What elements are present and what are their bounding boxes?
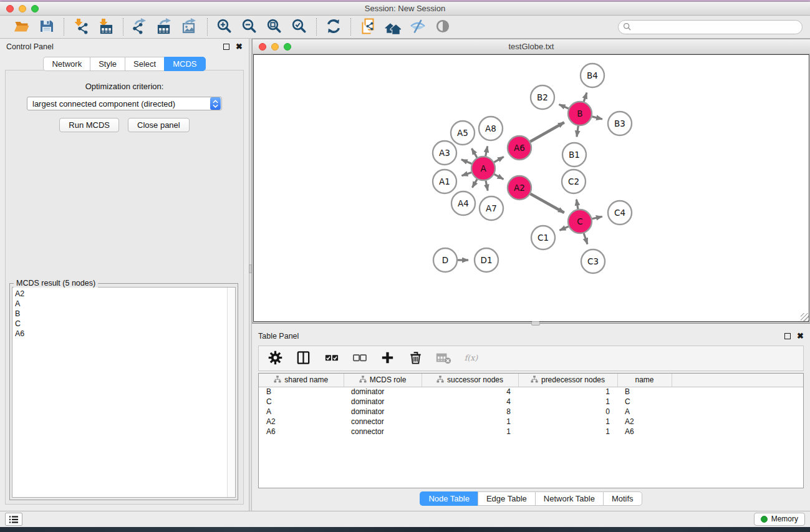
float-panel-icon[interactable]	[223, 44, 229, 50]
node-A1[interactable]: A1	[433, 170, 456, 193]
tab-network[interactable]: Network	[43, 57, 90, 71]
node-B4[interactable]: B4	[581, 64, 604, 87]
node-B[interactable]: B	[568, 102, 592, 125]
tab-node-table[interactable]: Node Table	[420, 491, 478, 506]
node-A[interactable]: A	[471, 157, 495, 180]
maximize-window-button[interactable]	[31, 5, 39, 12]
resize-grip-icon[interactable]	[801, 313, 809, 321]
table-row[interactable]: Bdominator41B	[259, 387, 804, 397]
edge-A-A3[interactable]	[461, 160, 472, 164]
close-panel-button[interactable]: Close panel	[128, 118, 190, 132]
toggle-columns-button[interactable]	[294, 350, 312, 367]
table-float-panel-icon[interactable]	[784, 333, 791, 339]
edge-C-C3[interactable]	[584, 233, 587, 244]
column-header-MCDS-role[interactable]: MCDS role	[344, 374, 422, 387]
edge-A2-C[interactable]	[531, 194, 564, 213]
node-B2[interactable]: B2	[531, 85, 554, 109]
import-network-button[interactable]	[72, 17, 90, 36]
column-header-predecessor-nodes[interactable]: predecessor nodes	[518, 374, 617, 387]
panel-splitter-horizontal[interactable]	[252, 323, 810, 328]
result-scrollbar[interactable]	[227, 288, 235, 497]
tab-style[interactable]: Style	[90, 57, 125, 71]
minimize-window-button[interactable]	[19, 5, 26, 12]
edge-C-C4[interactable]	[592, 216, 602, 219]
zoom-in-button[interactable]	[215, 17, 234, 36]
node-C1[interactable]: C1	[531, 226, 555, 249]
zoom-out-button[interactable]	[240, 17, 259, 36]
zoom-selected-button[interactable]	[290, 17, 309, 36]
mcds-result-list[interactable]: A2ABCA6	[12, 287, 236, 498]
node-C3[interactable]: C3	[581, 249, 605, 273]
mcds-result-item[interactable]: A	[15, 299, 224, 309]
mcds-result-item[interactable]: B	[15, 309, 224, 319]
node-B1[interactable]: B1	[562, 143, 586, 167]
tab-edge-table[interactable]: Edge Table	[478, 491, 535, 506]
network-canvas[interactable]: B4B2BB3A8A5A6A3B1AA1C2A2A4A7C4CC1DD1C3	[253, 54, 809, 322]
table-settings-button[interactable]	[266, 350, 284, 367]
column-header-name[interactable]: name	[617, 374, 672, 387]
network-minimize-button[interactable]	[271, 43, 279, 51]
node-A5[interactable]: A5	[451, 121, 475, 145]
task-history-button[interactable]	[5, 513, 22, 526]
memory-button[interactable]: Memory	[754, 513, 805, 526]
edge-A-A6[interactable]	[494, 157, 503, 162]
network-overview-button[interactable]	[383, 17, 402, 36]
node-A8[interactable]: A8	[479, 117, 503, 140]
tab-network-table[interactable]: Network Table	[535, 491, 603, 506]
open-file-button[interactable]	[12, 17, 31, 36]
tab-motifs[interactable]: Motifs	[603, 491, 642, 506]
table-row[interactable]: Adominator80A	[259, 407, 804, 417]
edge-A-A5[interactable]	[472, 148, 478, 158]
export-network-button[interactable]	[131, 17, 150, 36]
mcds-result-item[interactable]: A2	[15, 289, 224, 299]
node-B3[interactable]: B3	[608, 112, 632, 135]
edge-B-B2[interactable]	[559, 105, 569, 109]
edge-B-B3[interactable]	[592, 117, 602, 119]
edge-B-B4[interactable]	[584, 93, 587, 102]
node-D[interactable]: D	[433, 248, 457, 272]
edge-C-C1[interactable]	[560, 226, 569, 230]
edge-A6-B[interactable]	[530, 122, 564, 142]
table-close-panel-icon[interactable]: ✖	[797, 333, 804, 339]
node-A7[interactable]: A7	[480, 196, 503, 220]
mcds-result-item[interactable]: A6	[15, 329, 224, 339]
edge-C-C2[interactable]	[577, 200, 578, 210]
optimization-criterion-select[interactable]: largest connected component (directed)	[27, 97, 222, 110]
node-C4[interactable]: C4	[608, 201, 632, 225]
refresh-view-button[interactable]	[324, 17, 343, 36]
table-row[interactable]: Cdominator41C	[259, 397, 804, 407]
run-mcds-button[interactable]: Run MCDS	[59, 118, 119, 132]
edge-A-A1[interactable]	[462, 172, 472, 175]
close-panel-icon[interactable]: ✖	[236, 44, 243, 50]
node-C2[interactable]: C2	[562, 170, 586, 193]
search-input[interactable]	[618, 20, 803, 34]
table-row[interactable]: A6connector11A6	[259, 427, 804, 437]
edge-A-A4[interactable]	[472, 179, 477, 187]
save-session-button[interactable]	[37, 17, 56, 36]
export-table-button[interactable]	[156, 17, 175, 36]
select-all-columns-button[interactable]	[322, 350, 340, 367]
column-header-successor-nodes[interactable]: successor nodes	[422, 374, 518, 387]
node-C[interactable]: C	[568, 210, 592, 233]
edge-A-A8[interactable]	[486, 147, 488, 157]
node-D1[interactable]: D1	[475, 248, 498, 272]
tab-select[interactable]: Select	[125, 57, 164, 71]
close-window-button[interactable]	[6, 5, 14, 12]
network-maximize-button[interactable]	[284, 43, 291, 51]
table-row[interactable]: A2connector11A2	[259, 417, 804, 427]
import-table-button[interactable]	[97, 17, 115, 36]
column-header-shared-name[interactable]: shared name	[259, 374, 344, 387]
node-A2[interactable]: A2	[508, 176, 531, 200]
edge-B-B1[interactable]	[577, 126, 578, 137]
mcds-result-item[interactable]: C	[15, 319, 224, 329]
add-column-button[interactable]	[378, 350, 396, 367]
deselect-all-columns-button[interactable]	[350, 350, 368, 367]
zoom-fit-button[interactable]	[265, 17, 284, 36]
node-A6[interactable]: A6	[508, 136, 531, 160]
tab-mcds[interactable]: MCDS	[164, 57, 205, 71]
edge-A-A2[interactable]	[494, 174, 504, 179]
edge-A-A7[interactable]	[486, 181, 488, 191]
birds-eye-view-button[interactable]	[433, 17, 452, 36]
delete-columns-button[interactable]	[407, 350, 424, 367]
network-close-button[interactable]	[259, 43, 266, 51]
